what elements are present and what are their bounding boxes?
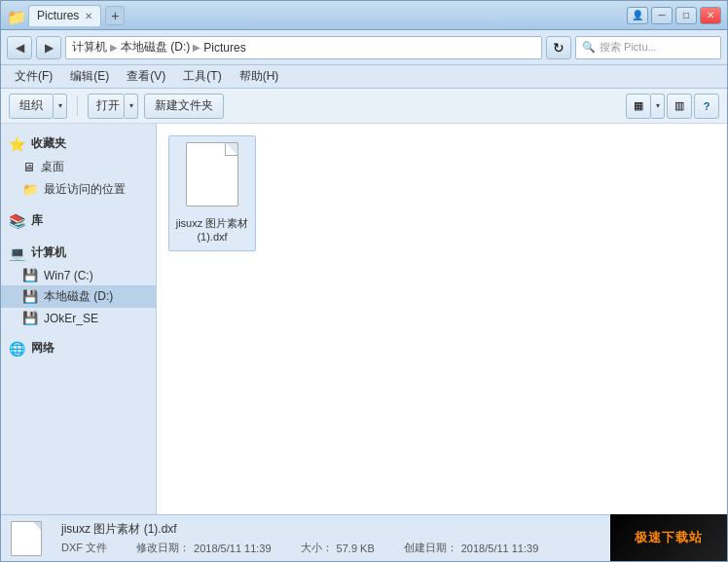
refresh-button[interactable]: ↻: [546, 36, 571, 59]
sidebar-item-joker[interactable]: 💾 JOkEr_SE: [1, 308, 156, 328]
size-value: 57.9 KB: [337, 543, 375, 554]
main-tab[interactable]: Pictures ✕: [28, 5, 101, 26]
menu-view[interactable]: 查看(V): [119, 66, 173, 87]
size-label: 大小：: [301, 541, 333, 555]
network-label: 网络: [31, 340, 55, 356]
search-bar[interactable]: 🔍 搜索 Pictu...: [575, 36, 721, 59]
network-section: 🌐 网络: [1, 336, 156, 360]
title-bar: 📁 Pictures ✕ + 👤 ─ □ ✕: [1, 1, 727, 30]
tab-close-icon[interactable]: ✕: [85, 11, 92, 21]
back-button[interactable]: ◀: [7, 36, 32, 59]
sidebar-item-d-label: 本地磁盘 (D:): [44, 288, 113, 305]
main-content: ⭐ 收藏夹 🖥 桌面 📁 最近访问的位置 📚 库: [1, 124, 727, 514]
open-dropdown[interactable]: ▾: [125, 94, 138, 119]
forward-button[interactable]: ▶: [36, 36, 61, 59]
view-dropdown[interactable]: ▾: [651, 94, 665, 119]
organize-button[interactable]: 组织: [9, 94, 54, 119]
computer-icon: 💻: [9, 245, 25, 261]
menu-file[interactable]: 文件(F): [7, 66, 60, 87]
status-file-icon: [11, 521, 42, 556]
library-section: 📚 库: [1, 208, 156, 233]
status-info: jisuxz 图片素材 (1).dxf DXF 文件 修改日期： 2018/5/…: [61, 521, 538, 555]
breadcrumb-computer: 计算机: [72, 39, 107, 56]
status-meta: DXF 文件 修改日期： 2018/5/11 11:39 大小： 57.9 KB…: [61, 541, 538, 555]
action-bar: 组织 ▾ 打开 ▾ 新建文件夹 ▦ ▾ ▥ ?: [1, 89, 727, 124]
menu-tools[interactable]: 工具(T): [175, 66, 229, 87]
status-filename: jisuxz 图片素材 (1).dxf: [61, 521, 538, 538]
address-bar[interactable]: 计算机 ▶ 本地磁盘 (D:) ▶ Pictures: [65, 36, 542, 59]
network-icon: 🌐: [9, 341, 25, 356]
menu-help[interactable]: 帮助(H): [232, 66, 287, 87]
new-folder-label: 新建文件夹: [155, 97, 213, 114]
status-filetype: DXF 文件: [61, 541, 107, 555]
favorites-label: 收藏夹: [31, 135, 66, 152]
open-button[interactable]: 打开: [88, 94, 125, 119]
new-folder-button[interactable]: 新建文件夹: [144, 94, 224, 119]
status-size: 大小： 57.9 KB: [301, 541, 375, 555]
forward-icon: ▶: [45, 41, 54, 55]
sidebar: ⭐ 收藏夹 🖥 桌面 📁 最近访问的位置 📚 库: [1, 124, 157, 514]
drive-d-icon: 💾: [22, 289, 38, 304]
tab-bar: Pictures ✕ +: [28, 5, 627, 26]
search-icon: 🔍: [582, 41, 596, 54]
library-icon: 📚: [9, 213, 25, 229]
address-toolbar: ◀ ▶ 计算机 ▶ 本地磁盘 (D:) ▶ Pictures ↻ 🔍 搜索 Pi…: [1, 30, 727, 65]
sidebar-item-d[interactable]: 💾 本地磁盘 (D:): [1, 285, 156, 308]
drive-joker-icon: 💾: [22, 311, 38, 325]
restore-button[interactable]: □: [675, 7, 697, 24]
sidebar-item-desktop-label: 桌面: [41, 159, 64, 175]
modified-label: 修改日期：: [136, 541, 190, 555]
sidebar-item-recent[interactable]: 📁 最近访问的位置: [1, 178, 156, 201]
doc-shape: [186, 142, 238, 206]
computer-label: 计算机: [31, 244, 66, 261]
open-label: 打开: [96, 97, 120, 114]
refresh-icon: ↻: [553, 40, 564, 56]
network-header[interactable]: 🌐 网络: [1, 336, 156, 360]
drive-c-icon: 💾: [22, 268, 38, 282]
library-header[interactable]: 📚 库: [1, 208, 156, 233]
status-created: 创建日期： 2018/5/11 11:39: [404, 541, 539, 555]
breadcrumb-folder: Pictures: [203, 41, 245, 55]
help-icon: ?: [704, 100, 710, 112]
watermark: 极速下载站: [610, 514, 727, 561]
window-controls: 👤 ─ □ ✕: [627, 7, 721, 24]
action-divider-1: [77, 96, 78, 116]
view-buttons: ▦ ▾ ▥ ?: [626, 94, 719, 119]
window-folder-icon: 📁: [7, 8, 22, 23]
file-item-dxf[interactable]: jisuxz 图片素材 (1).dxf: [168, 135, 256, 251]
sidebar-item-joker-label: JOkEr_SE: [44, 312, 98, 325]
minimize-button[interactable]: ─: [651, 7, 673, 24]
created-label: 创建日期：: [404, 541, 457, 555]
breadcrumb-sep-1: ▶: [110, 42, 118, 53]
computer-header[interactable]: 💻 计算机: [1, 241, 156, 265]
new-tab-button[interactable]: +: [105, 6, 125, 25]
favorites-header[interactable]: ⭐ 收藏夹: [1, 131, 156, 156]
sidebar-item-c[interactable]: 💾 Win7 (C:): [1, 265, 156, 285]
file-icon-img: [183, 142, 241, 210]
menu-bar: 文件(F) 编辑(E) 查看(V) 工具(T) 帮助(H): [1, 65, 727, 89]
star-icon: ⭐: [9, 136, 25, 152]
favorites-section: ⭐ 收藏夹 🖥 桌面 📁 最近访问的位置: [1, 131, 156, 201]
user-button[interactable]: 👤: [627, 7, 648, 24]
pane-button[interactable]: ▥: [667, 94, 692, 119]
recent-icon: 📁: [22, 182, 38, 197]
desktop-icon: 🖥: [22, 160, 35, 174]
watermark-text: 极速下载站: [635, 529, 703, 546]
breadcrumb-sep-2: ▶: [193, 42, 200, 53]
back-icon: ◀: [16, 41, 24, 55]
menu-edit[interactable]: 编辑(E): [62, 66, 117, 87]
status-bar: jisuxz 图片素材 (1).dxf DXF 文件 修改日期： 2018/5/…: [1, 514, 727, 561]
breadcrumb: 计算机 ▶ 本地磁盘 (D:) ▶ Pictures: [72, 39, 535, 56]
close-button[interactable]: ✕: [700, 7, 721, 24]
help-button[interactable]: ?: [694, 94, 719, 119]
tab-label: Pictures: [37, 9, 79, 22]
view-icon: ▦: [634, 99, 643, 112]
sidebar-item-recent-label: 最近访问的位置: [44, 181, 126, 198]
file-area: jisuxz 图片素材 (1).dxf: [157, 124, 727, 514]
organize-dropdown[interactable]: ▾: [54, 94, 67, 119]
breadcrumb-drive: 本地磁盘 (D:): [121, 39, 190, 56]
view-toggle-button[interactable]: ▦: [626, 94, 651, 119]
organize-label: 组织: [19, 97, 43, 114]
filetype-label: DXF 文件: [61, 541, 107, 555]
sidebar-item-desktop[interactable]: 🖥 桌面: [1, 156, 156, 178]
